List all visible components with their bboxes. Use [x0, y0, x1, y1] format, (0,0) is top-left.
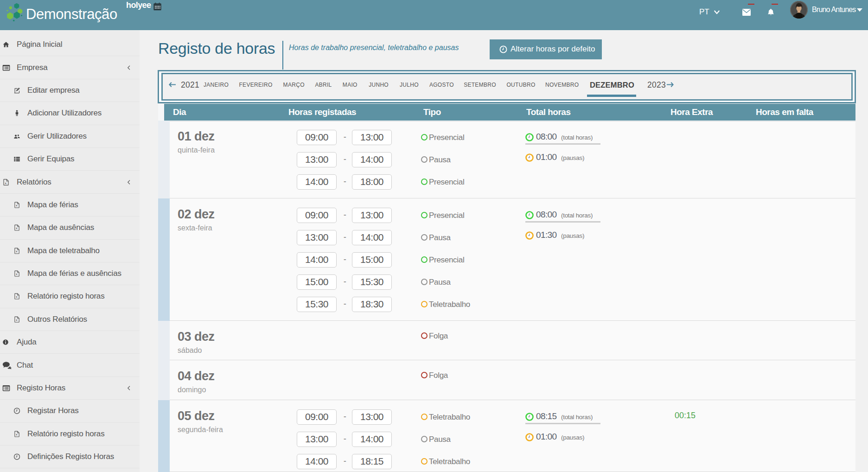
svg-text:x: x — [16, 296, 18, 299]
svg-text:x: x — [16, 250, 18, 253]
svg-text:x: x — [5, 181, 6, 184]
svg-text:x: x — [16, 227, 18, 230]
svg-text:x: x — [16, 273, 18, 276]
svg-text:x: x — [16, 319, 18, 321]
svg-text:x: x — [16, 433, 18, 436]
svg-text:x: x — [16, 204, 18, 207]
